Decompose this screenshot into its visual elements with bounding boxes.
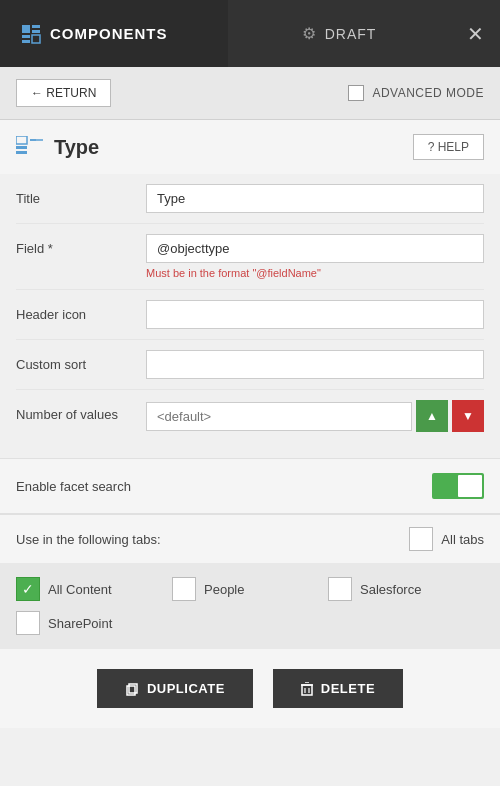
tab-all-content[interactable]: ✓ All Content: [16, 577, 172, 601]
svg-rect-6: [16, 136, 27, 144]
sharepoint-checkbox[interactable]: [16, 611, 40, 635]
form: Title Field * Must be in the format "@fi…: [0, 174, 500, 458]
close-icon: ✕: [467, 22, 484, 46]
salesforce-label: Salesforce: [360, 582, 421, 597]
svg-rect-7: [16, 146, 27, 149]
salesforce-checkbox[interactable]: [328, 577, 352, 601]
svg-rect-0: [22, 25, 30, 33]
close-button[interactable]: ✕: [450, 0, 500, 67]
svg-rect-8: [16, 151, 27, 154]
section-header: Type ? HELP: [0, 120, 500, 174]
draft-section: ⚙ DRAFT: [228, 0, 450, 67]
section-title: Type: [54, 136, 99, 159]
title-input[interactable]: [146, 184, 484, 213]
delete-label: DELETE: [321, 681, 375, 696]
number-of-values-input[interactable]: [146, 402, 412, 431]
field-row: Field * Must be in the format "@fieldNam…: [16, 224, 484, 290]
use-in-tabs-label: Use in the following tabs:: [16, 532, 161, 547]
tab-people[interactable]: People: [172, 577, 328, 601]
type-icon: [16, 136, 44, 158]
custom-sort-input[interactable]: [146, 350, 484, 379]
section-title-group: Type: [16, 136, 99, 159]
all-content-label: All Content: [48, 582, 112, 597]
header-icon-label: Header icon: [16, 300, 146, 322]
header-icon-row: Header icon: [16, 290, 484, 340]
number-of-values-field: ▲ ▼: [146, 400, 484, 432]
duplicate-icon: [125, 682, 139, 696]
people-checkbox[interactable]: [172, 577, 196, 601]
delete-button[interactable]: DELETE: [273, 669, 403, 708]
toggle-knob: [458, 475, 482, 497]
sharepoint-label: SharePoint: [48, 616, 112, 631]
facet-row: Enable facet search: [0, 459, 500, 513]
title-label: Title: [16, 184, 146, 206]
advanced-mode-group: ADVANCED MODE: [348, 85, 484, 101]
draft-label: DRAFT: [325, 26, 377, 42]
use-in-tabs-row: Use in the following tabs: All tabs: [0, 514, 500, 563]
title-row: Title: [16, 174, 484, 224]
number-of-values-label: Number of values: [16, 400, 146, 422]
header-icon-field: [146, 300, 484, 329]
all-content-checkbox[interactable]: ✓: [16, 577, 40, 601]
action-buttons: DUPLICATE DELETE: [0, 649, 500, 728]
tabs-grid: ✓ All Content People Salesforce SharePoi…: [0, 563, 500, 649]
svg-rect-1: [32, 25, 40, 28]
components-tab[interactable]: COMPONENTS: [0, 0, 228, 67]
duplicate-label: DUPLICATE: [147, 681, 225, 696]
toolbar: ← RETURN ADVANCED MODE: [0, 67, 500, 120]
header-icon-input[interactable]: [146, 300, 484, 329]
facet-toggle[interactable]: [432, 473, 484, 499]
components-label: COMPONENTS: [50, 25, 168, 42]
title-field: [146, 184, 484, 213]
field-field: Must be in the format "@fieldName": [146, 234, 484, 279]
components-icon: [20, 23, 42, 45]
field-hint: Must be in the format "@fieldName": [146, 267, 484, 279]
custom-sort-label: Custom sort: [16, 350, 146, 372]
delete-icon: [301, 682, 313, 696]
all-tabs-group[interactable]: All tabs: [409, 527, 484, 551]
duplicate-button[interactable]: DUPLICATE: [97, 669, 253, 708]
decrement-button[interactable]: ▼: [452, 400, 484, 432]
svg-rect-4: [22, 40, 30, 43]
all-tabs-label: All tabs: [441, 532, 484, 547]
svg-rect-2: [32, 30, 40, 33]
app-header: COMPONENTS ⚙ DRAFT ✕: [0, 0, 500, 67]
svg-rect-3: [22, 35, 30, 38]
increment-button[interactable]: ▲: [416, 400, 448, 432]
svg-rect-13: [302, 685, 312, 695]
custom-sort-field: [146, 350, 484, 379]
svg-rect-5: [32, 35, 40, 43]
tab-salesforce[interactable]: Salesforce: [328, 577, 484, 601]
gear-icon: ⚙: [302, 24, 317, 43]
return-button[interactable]: ← RETURN: [16, 79, 111, 107]
advanced-mode-label: ADVANCED MODE: [372, 86, 484, 100]
help-button[interactable]: ? HELP: [413, 134, 484, 160]
people-label: People: [204, 582, 244, 597]
number-of-values-row: Number of values ▲ ▼: [16, 390, 484, 442]
advanced-mode-checkbox[interactable]: [348, 85, 364, 101]
all-tabs-checkbox[interactable]: [409, 527, 433, 551]
field-label: Field *: [16, 234, 146, 256]
facet-label: Enable facet search: [16, 479, 131, 494]
field-input[interactable]: [146, 234, 484, 263]
custom-sort-row: Custom sort: [16, 340, 484, 390]
tab-sharepoint[interactable]: SharePoint: [16, 611, 172, 635]
